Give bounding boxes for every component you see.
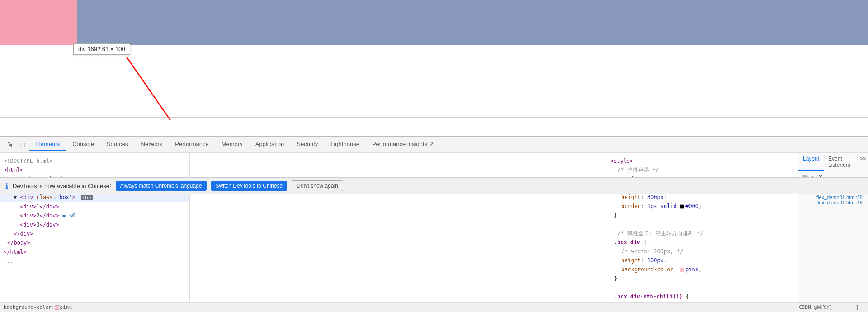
css-close1: } [607, 211, 791, 220]
css-spacer [607, 220, 791, 229]
element-tooltip: div 1692.61 × 100 [73, 43, 130, 55]
css-prop5: height: 100px; [607, 256, 791, 265]
dont-show-again-button[interactable]: Don't show again [292, 180, 343, 191]
css-file-ref-2[interactable]: flex_demo01.html:18 [802, 200, 864, 205]
devtools-panel: 🖱 □ Elements Console Sources Network Per… [0, 136, 868, 312]
css-file-refs: flex_demo01.html:28 flex_demo01.html:18 [798, 193, 868, 207]
css-style-open: <style> [607, 156, 791, 165]
svg-line-1 [127, 57, 249, 120]
tab-sources[interactable]: Sources [100, 138, 135, 151]
css-prop3: border: 1px solid #000; [607, 202, 791, 211]
switch-to-chinese-button[interactable]: Switch DevTools to Chinese [211, 181, 288, 191]
tab-memory[interactable]: Memory [215, 138, 249, 151]
css-sel3: .box div:nth-child(1) { [607, 292, 791, 301]
info-icon: ℹ [5, 182, 8, 190]
flex-child-2 [77, 0, 868, 45]
css-comment1: /* 弹性容器 */ [607, 165, 791, 175]
tab-security[interactable]: Security [290, 138, 324, 151]
tab-performance[interactable]: Performance [169, 138, 215, 151]
tab-layout[interactable]: Layout [798, 153, 824, 171]
devtools-content: <!DOCTYPE html> <html> ▶ <head> … </head… [0, 153, 868, 312]
csdn-watermark: CSDN @纯爷们 [799, 304, 832, 311]
bottom-css-val: pink [60, 304, 72, 310]
red-arrow [0, 43, 484, 120]
dom-line: <!DOCTYPE html> [0, 156, 189, 165]
dom-line: <div>1</div> [0, 202, 189, 211]
close-bottom: } [856, 304, 859, 310]
flex-child-1 [0, 0, 77, 45]
tab-network[interactable]: Network [135, 138, 169, 151]
bottom-swatch [55, 305, 59, 310]
preview-area: 1 2 3 div 1692.61 × 100 [0, 0, 868, 118]
dom-line: <div>3</div> [0, 220, 189, 229]
css-close2: } [607, 274, 791, 283]
dom-line: <div>2</div> = $0 [0, 211, 189, 220]
far-right-panel: Layout Event Listeners >> ⚙ ⋮ ✕ :hov .cl… [798, 153, 868, 312]
dom-line: </div> [0, 229, 189, 238]
tab-elements[interactable]: Elements [29, 138, 66, 151]
dom-line: ... [0, 256, 189, 265]
tab-performance-insights[interactable]: Performance insights ↗ [366, 138, 440, 151]
css-prop4: /* width: 200px; */ [607, 247, 791, 256]
tab-event-listeners[interactable]: Event Listeners [824, 153, 858, 171]
dom-line: </html> [0, 247, 189, 256]
css-comment2: /* 弹性盒子: 沿主轴方向排列 */ [607, 229, 791, 238]
dom-line: </body> [0, 238, 189, 247]
devtools-notification-bar: ℹ DevTools is now available in Chinese! … [0, 177, 868, 194]
always-match-language-button[interactable]: Always match Chrome's language [116, 181, 207, 191]
css-panel: <style> /* 弹性容器 */ .box { display: flex;… [599, 153, 798, 312]
css-file-ref-1[interactable]: flex_demo01.html:28 [802, 194, 864, 200]
cursor-icon-button[interactable]: 🖱 [4, 138, 16, 151]
bottom-css-prop: background-color: [4, 304, 55, 310]
tab-lighthouse[interactable]: Lighthouse [324, 138, 366, 151]
css-spacer2 [607, 283, 791, 292]
notification-text: DevTools is now available in Chinese! [13, 183, 111, 189]
dom-line: <html> [0, 165, 189, 175]
tab-console[interactable]: Console [66, 138, 100, 151]
devtools-tabs-bar: 🖱 □ Elements Console Sources Network Per… [0, 137, 868, 153]
bottom-strip: background-color: pink CSDN @纯爷们 } [0, 302, 868, 312]
more-tabs[interactable]: >> [858, 153, 868, 171]
dom-panel: <!DOCTYPE html> <html> ▶ <head> … </head… [0, 153, 190, 312]
tab-application[interactable]: Application [249, 138, 291, 151]
css-sel2: .box div { [607, 238, 791, 247]
css-prop6: background-color: pink; [607, 265, 791, 274]
inspect-icon-button[interactable]: □ [16, 138, 29, 151]
middle-spacer [190, 153, 599, 312]
far-right-tabs: Layout Event Listeners >> [798, 153, 868, 171]
